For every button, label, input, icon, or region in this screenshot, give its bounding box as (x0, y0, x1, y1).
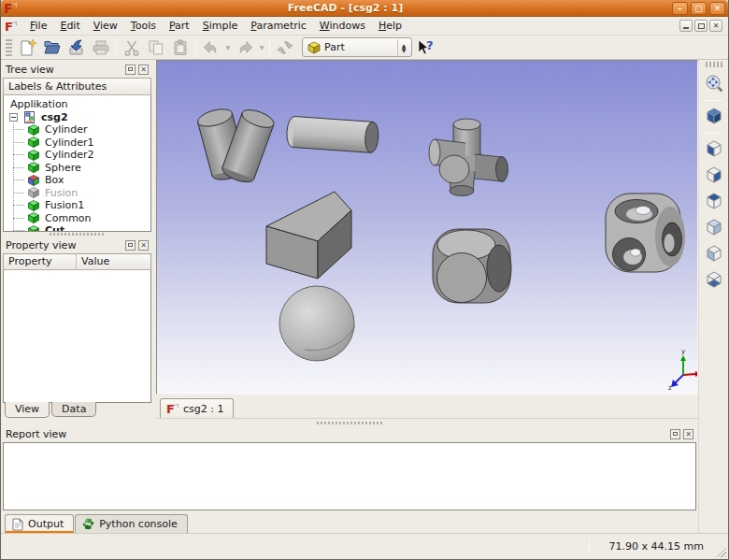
whats-this-button[interactable]: ? (413, 36, 437, 59)
tab-view[interactable]: View (5, 402, 50, 418)
freecad-window: F FreeCAD - [csg2 : 1] – ▢ ✕ F FileEditV… (0, 0, 729, 560)
axis-y-label: y (681, 348, 685, 355)
tree-view-title: Tree view (6, 64, 122, 76)
tree-expander-icon[interactable] (9, 113, 18, 122)
view-right-button[interactable] (702, 164, 726, 188)
mdi-close-button[interactable]: ✕ (709, 20, 722, 32)
view-toolbar-separator (705, 100, 723, 101)
workbench-value: Part (324, 41, 393, 53)
menu-windows[interactable]: Windows (313, 18, 372, 34)
tree-item-fusion[interactable]: Fusion (6, 187, 150, 200)
tree-view-panel-title: Tree view ✕ (3, 62, 151, 78)
property-view-panel-title: Property view ✕ (3, 237, 151, 253)
menu-edit[interactable]: Edit (53, 18, 86, 34)
view-bottom-button[interactable] (702, 268, 726, 293)
tree-item-cut[interactable]: Cut (6, 224, 150, 232)
left-dock-tabs: View Data (3, 402, 151, 419)
open-folder-icon (43, 38, 62, 57)
tree-item-cylinder2[interactable]: Cylinder2 (6, 149, 150, 162)
property-table-body[interactable] (3, 270, 151, 404)
view-top-button[interactable] (702, 190, 726, 214)
view-left-button[interactable] (702, 242, 726, 266)
view-toolbar-drag-handle[interactable] (706, 62, 722, 67)
menubar: F FileEditViewToolsPartSimpleParametricW… (1, 17, 728, 36)
tab-output[interactable]: Output (5, 514, 74, 533)
shape-sphere[interactable] (279, 286, 355, 361)
view-front-button[interactable] (702, 137, 726, 162)
axis-z-label: z (668, 384, 672, 392)
titlebar[interactable]: F FreeCAD - [csg2 : 1] – ▢ ✕ (1, 0, 728, 17)
cube-rear-face-icon (704, 217, 724, 240)
view-rear-button[interactable] (702, 216, 726, 240)
shape-cylinder2[interactable] (286, 116, 379, 153)
3d-viewport[interactable]: x y z (156, 60, 698, 395)
tree-item-box[interactable]: Box (6, 174, 150, 187)
scissors-icon (122, 38, 141, 57)
print-button (89, 36, 113, 59)
menu-part[interactable]: Part (163, 18, 196, 34)
value-column-header[interactable]: Value (77, 254, 150, 269)
tab-data[interactable]: Data (51, 402, 96, 417)
toolbar-drag-handle[interactable] (6, 39, 12, 56)
left-dock: Tree view ✕ Labels & Attributes Applikat… (1, 60, 153, 419)
mdi-restore-button[interactable] (694, 20, 708, 32)
mdi-tab-csg2[interactable]: F csg2 : 1 (160, 398, 234, 418)
svg-text:F: F (4, 1, 13, 15)
maximize-button[interactable]: ▢ (691, 2, 707, 15)
shape-common[interactable] (433, 229, 511, 303)
shape-cut[interactable] (606, 194, 685, 272)
svg-text:F: F (166, 402, 175, 415)
menu-view[interactable]: View (87, 18, 124, 34)
mdi-minimize-button[interactable] (679, 20, 693, 32)
tree-item-sphere[interactable]: Sphere (6, 162, 150, 175)
minimize-button[interactable]: – (672, 2, 688, 15)
property-view-close-button[interactable]: ✕ (138, 240, 149, 251)
part-cube-green-icon (28, 162, 40, 174)
close-button[interactable]: ✕ (709, 2, 725, 15)
tree-item-csg2[interactable]: csg2 (6, 111, 150, 124)
tree-item-fusion1[interactable]: Fusion1 (6, 199, 150, 212)
menu-parametric[interactable]: Parametric (244, 18, 313, 34)
resize-grip-icon[interactable] (714, 545, 726, 557)
tab-python-console[interactable]: Python console (75, 514, 188, 533)
view-axonometric-button[interactable] (702, 105, 726, 129)
report-view-content[interactable] (3, 442, 696, 510)
tree-item-cylinder1[interactable]: Cylinder1 (6, 136, 150, 150)
menu-help[interactable]: Help (372, 18, 408, 34)
tree-item-cylinder[interactable]: Cylinder (6, 123, 150, 136)
part-cube-gray-icon (28, 187, 40, 199)
workbench-selector[interactable]: Part ▲▼ (302, 37, 412, 57)
bottom-tabbar: Output Python console (1, 510, 698, 533)
new-document-button[interactable] (16, 36, 40, 59)
report-view-close-button[interactable]: ✕ (683, 429, 693, 439)
menu-tools[interactable]: Tools (124, 18, 163, 34)
tree-view-float-button[interactable] (125, 65, 136, 75)
save-document-button[interactable] (64, 36, 89, 59)
property-view-float-button[interactable] (125, 240, 136, 251)
open-document-button[interactable] (40, 36, 64, 59)
property-column-header[interactable]: Property (4, 254, 77, 269)
cube-solid-blue-icon (704, 106, 724, 129)
freecad-menu-icon: F (5, 20, 18, 33)
output-doc-icon (12, 518, 23, 531)
tree-root-application[interactable]: Applikation (6, 98, 150, 111)
tree-view: Applikation csg2 CylinderCylinder1Cylind… (3, 95, 151, 232)
part-cube-green-icon (28, 149, 40, 161)
combo-spinner-icon[interactable]: ▲▼ (397, 39, 409, 55)
mdi-tabbar: F csg2 : 1 (156, 395, 698, 419)
report-view-float-button[interactable] (670, 429, 680, 439)
property-table-header: Property Value (3, 253, 151, 270)
tree-item-common[interactable]: Common (6, 212, 150, 225)
menu-simple[interactable]: Simple (196, 18, 245, 34)
report-splitter[interactable] (1, 419, 698, 426)
tree-column-header[interactable]: Labels & Attributes (3, 78, 151, 95)
svg-text:?: ? (426, 38, 434, 52)
refresh-icon (276, 38, 294, 57)
3d-viewport-canvas[interactable]: x y z (157, 61, 697, 394)
tree-view-close-button[interactable]: ✕ (138, 65, 149, 75)
menu-file[interactable]: File (23, 18, 53, 34)
property-view-title: Property view (6, 239, 122, 251)
tab-output-label: Output (28, 518, 64, 530)
toolbar-separator (195, 38, 196, 57)
fit-all-button[interactable] (702, 72, 726, 96)
